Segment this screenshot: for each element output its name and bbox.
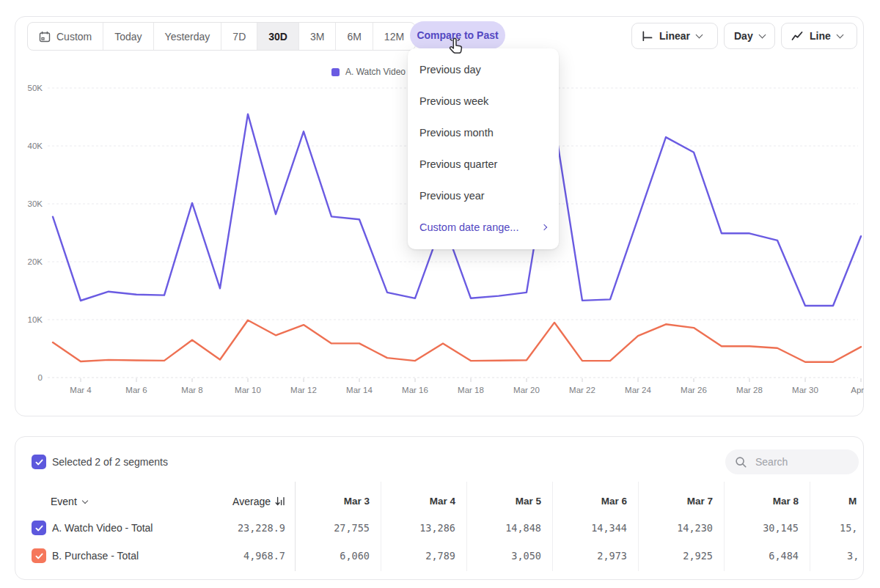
x-axis-label: Mar 28 xyxy=(736,386,763,394)
y-axis-label: 40K xyxy=(28,142,43,150)
average-column-header[interactable]: Average xyxy=(162,488,285,515)
day-column-header[interactable]: Mar 4 xyxy=(381,488,455,515)
row-b-cell: 2,925 xyxy=(638,542,713,570)
row-b-cell: 6,060 xyxy=(295,542,370,570)
x-axis-label: Mar 24 xyxy=(625,386,651,394)
legend-swatch-a xyxy=(331,68,340,76)
row-a-cell: 14,848 xyxy=(466,514,541,542)
compare-to-past-menu: Previous day Previous week Previous mont… xyxy=(408,48,559,249)
y-axis-label: 0 xyxy=(38,373,43,382)
x-axis-label: Mar 20 xyxy=(513,386,540,394)
chevron-right-icon xyxy=(541,224,547,230)
row-a-cell: 13,286 xyxy=(381,514,455,542)
row-a-cell: 14,344 xyxy=(552,514,627,542)
row-b-cell: 3,050 xyxy=(466,542,541,570)
row-a-checkbox[interactable] xyxy=(32,521,46,535)
x-axis-label: Mar 6 xyxy=(125,386,147,394)
row-a-label: A. Watch Video - Total xyxy=(52,514,153,542)
day-column-header[interactable]: Mar 7 xyxy=(638,488,713,515)
row-b-label: B. Purchase - Total xyxy=(52,542,139,570)
row-b-cell: 2,973 xyxy=(552,542,627,570)
row-a-average: 23,228.9 xyxy=(162,514,285,542)
x-axis-label: Mar 16 xyxy=(402,386,428,394)
x-axis-label: Mar 18 xyxy=(458,386,484,394)
y-axis-label: 30K xyxy=(28,199,43,208)
day-column-header[interactable]: Mar 8 xyxy=(724,488,799,515)
x-axis-label: Apr 1 xyxy=(851,386,864,394)
search-icon xyxy=(735,456,747,468)
series-line-b[interactable] xyxy=(53,320,861,362)
y-axis-label: 50K xyxy=(28,84,43,92)
x-axis-label: Mar 14 xyxy=(346,386,373,394)
x-axis-label: Mar 12 xyxy=(290,386,317,394)
day-column-header[interactable]: Mar 3 xyxy=(295,488,370,515)
x-axis-label: Mar 10 xyxy=(235,386,261,394)
row-a-cell: 27,755 xyxy=(295,514,370,542)
event-column-header[interactable]: Event xyxy=(51,488,87,515)
x-axis-label: Mar 8 xyxy=(181,386,202,394)
day-column-header-clipped[interactable]: M xyxy=(848,488,864,515)
checkmark-icon xyxy=(34,457,44,467)
column-separator xyxy=(810,482,810,571)
day-column-header[interactable]: Mar 6 xyxy=(552,488,627,515)
menu-item-custom-date-range[interactable]: Custom date range... xyxy=(408,212,559,243)
day-column-header[interactable]: Mar 5 xyxy=(466,488,541,515)
menu-item-previous-year[interactable]: Previous year xyxy=(408,180,559,212)
row-a-cell-clipped: 15, xyxy=(840,514,864,542)
checkmark-icon xyxy=(34,523,44,533)
row-b-cell: 2,789 xyxy=(381,542,455,570)
chevron-down-icon xyxy=(82,498,88,504)
row-b-cell: 6,484 xyxy=(724,542,799,570)
checkmark-icon xyxy=(34,551,44,561)
row-b-checkbox[interactable] xyxy=(32,548,46,563)
row-b-average: 4,968.7 xyxy=(162,542,285,570)
sort-descending-icon xyxy=(275,496,285,507)
x-axis-label: Mar 4 xyxy=(70,386,92,394)
search-box[interactable] xyxy=(725,449,859,474)
menu-item-previous-month[interactable]: Previous month xyxy=(408,117,559,149)
menu-item-previous-week[interactable]: Previous week xyxy=(408,86,559,117)
select-all-checkbox[interactable] xyxy=(32,455,46,469)
x-axis-label: Mar 30 xyxy=(792,386,818,394)
x-axis-label: Mar 22 xyxy=(569,386,595,394)
row-b-cell-clipped: 3, xyxy=(847,542,864,570)
y-axis-label: 20K xyxy=(28,257,43,266)
analytics-report-page: Custom Today Yesterday 7D 30D 3M 6M 12M … xyxy=(0,0,880,588)
row-a-cell: 14,230 xyxy=(638,514,713,542)
y-axis-label: 10K xyxy=(28,315,43,324)
x-axis-label: Mar 26 xyxy=(681,386,707,394)
search-input[interactable] xyxy=(754,455,845,468)
row-a-cell: 30,145 xyxy=(724,514,799,542)
selected-segments-summary: Selected 2 of 2 segments xyxy=(52,456,168,468)
menu-item-previous-day[interactable]: Previous day xyxy=(408,54,559,86)
segments-card: Selected 2 of 2 segments Event Average xyxy=(15,436,864,580)
menu-item-previous-quarter[interactable]: Previous quarter xyxy=(408,149,559,180)
